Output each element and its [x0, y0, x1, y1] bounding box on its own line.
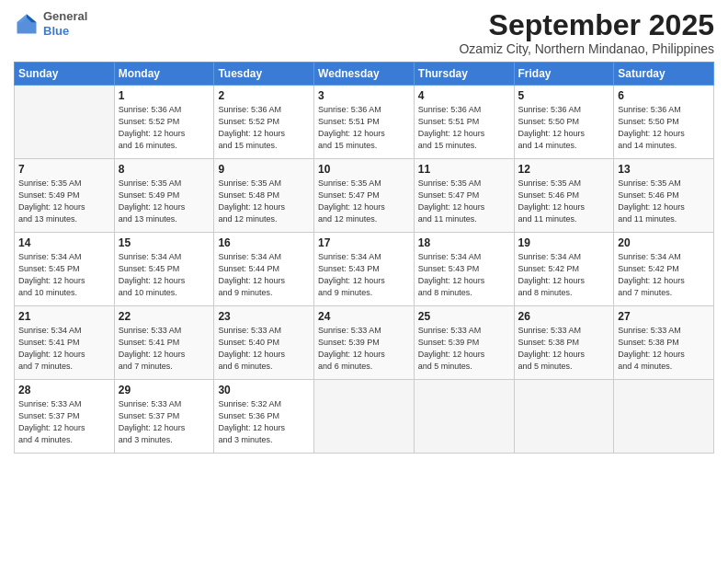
day-number: 28: [18, 384, 110, 396]
calendar-cell: 14Sunrise: 5:34 AM Sunset: 5:45 PM Dayli…: [15, 233, 115, 306]
calendar-cell: 9Sunrise: 5:35 AM Sunset: 5:48 PM Daylig…: [214, 159, 314, 233]
calendar-cell: 11Sunrise: 5:35 AM Sunset: 5:47 PM Dayli…: [414, 159, 514, 233]
day-info: Sunrise: 5:35 AM Sunset: 5:47 PM Dayligh…: [418, 178, 510, 225]
day-number: 25: [418, 310, 510, 323]
header-monday: Monday: [114, 63, 214, 86]
day-info: Sunrise: 5:33 AM Sunset: 5:38 PM Dayligh…: [518, 325, 610, 373]
calendar-cell: 20Sunrise: 5:34 AM Sunset: 5:42 PM Dayli…: [614, 233, 714, 306]
day-info: Sunrise: 5:34 AM Sunset: 5:43 PM Dayligh…: [418, 251, 510, 299]
calendar-cell: 22Sunrise: 5:33 AM Sunset: 5:41 PM Dayli…: [114, 306, 214, 380]
day-number: 19: [518, 236, 610, 249]
calendar-cell: 1Sunrise: 5:36 AM Sunset: 5:52 PM Daylig…: [114, 86, 214, 159]
day-info: Sunrise: 5:36 AM Sunset: 5:50 PM Dayligh…: [518, 104, 610, 152]
logo-icon: [14, 11, 40, 37]
day-number: 2: [218, 89, 310, 102]
day-info: Sunrise: 5:35 AM Sunset: 5:49 PM Dayligh…: [119, 178, 210, 225]
calendar-cell: [314, 380, 415, 454]
calendar-cell: 23Sunrise: 5:33 AM Sunset: 5:40 PM Dayli…: [214, 306, 314, 380]
page-header: General Blue September 2025 Ozamiz City,…: [14, 9, 714, 56]
day-number: 3: [318, 89, 410, 102]
week-row-0: 1Sunrise: 5:36 AM Sunset: 5:52 PM Daylig…: [15, 86, 714, 159]
day-number: 30: [218, 384, 310, 396]
header-wednesday: Wednesday: [314, 63, 415, 86]
day-number: 27: [618, 310, 710, 323]
calendar-cell: 24Sunrise: 5:33 AM Sunset: 5:39 PM Dayli…: [314, 306, 415, 380]
day-number: 22: [119, 310, 210, 323]
day-number: 21: [18, 310, 110, 323]
day-info: Sunrise: 5:32 AM Sunset: 5:36 PM Dayligh…: [218, 398, 310, 446]
subtitle: Ozamiz City, Northern Mindanao, Philippi…: [459, 41, 714, 56]
day-info: Sunrise: 5:33 AM Sunset: 5:39 PM Dayligh…: [418, 325, 510, 373]
day-number: 18: [418, 236, 510, 249]
day-info: Sunrise: 5:35 AM Sunset: 5:47 PM Dayligh…: [318, 178, 410, 225]
calendar-cell: 4Sunrise: 5:36 AM Sunset: 5:51 PM Daylig…: [414, 86, 514, 159]
day-number: 26: [518, 310, 610, 323]
week-row-3: 21Sunrise: 5:34 AM Sunset: 5:41 PM Dayli…: [15, 306, 714, 380]
header-tuesday: Tuesday: [214, 63, 314, 86]
header-sunday: Sunday: [15, 63, 115, 86]
header-friday: Friday: [514, 63, 614, 86]
day-info: Sunrise: 5:33 AM Sunset: 5:38 PM Dayligh…: [618, 325, 710, 373]
day-info: Sunrise: 5:36 AM Sunset: 5:52 PM Dayligh…: [218, 104, 310, 152]
day-info: Sunrise: 5:33 AM Sunset: 5:39 PM Dayligh…: [318, 325, 410, 373]
calendar-cell: 5Sunrise: 5:36 AM Sunset: 5:50 PM Daylig…: [514, 86, 614, 159]
day-info: Sunrise: 5:33 AM Sunset: 5:37 PM Dayligh…: [18, 398, 110, 446]
day-number: 23: [218, 310, 310, 323]
day-number: 7: [18, 163, 110, 176]
calendar-cell: 27Sunrise: 5:33 AM Sunset: 5:38 PM Dayli…: [614, 306, 714, 380]
calendar-cell: [414, 380, 514, 454]
day-info: Sunrise: 5:34 AM Sunset: 5:45 PM Dayligh…: [119, 251, 210, 299]
day-number: 8: [119, 163, 210, 176]
day-info: Sunrise: 5:34 AM Sunset: 5:44 PM Dayligh…: [218, 251, 310, 299]
day-number: 20: [618, 236, 710, 249]
day-info: Sunrise: 5:34 AM Sunset: 5:41 PM Dayligh…: [18, 325, 110, 373]
calendar-cell: 29Sunrise: 5:33 AM Sunset: 5:37 PM Dayli…: [114, 380, 214, 454]
calendar-cell: 10Sunrise: 5:35 AM Sunset: 5:47 PM Dayli…: [314, 159, 415, 233]
logo: General Blue: [14, 9, 87, 38]
day-info: Sunrise: 5:36 AM Sunset: 5:51 PM Dayligh…: [318, 104, 410, 152]
calendar-table: SundayMondayTuesdayWednesdayThursdayFrid…: [14, 62, 714, 454]
day-number: 13: [618, 163, 710, 176]
calendar-cell: 26Sunrise: 5:33 AM Sunset: 5:38 PM Dayli…: [514, 306, 614, 380]
day-number: 11: [418, 163, 510, 176]
day-number: 6: [618, 89, 710, 102]
calendar-cell: 6Sunrise: 5:36 AM Sunset: 5:50 PM Daylig…: [614, 86, 714, 159]
day-number: 24: [318, 310, 410, 323]
day-info: Sunrise: 5:35 AM Sunset: 5:48 PM Dayligh…: [218, 178, 310, 225]
day-info: Sunrise: 5:34 AM Sunset: 5:42 PM Dayligh…: [618, 251, 710, 299]
day-number: 9: [218, 163, 310, 176]
week-row-4: 28Sunrise: 5:33 AM Sunset: 5:37 PM Dayli…: [15, 380, 714, 454]
day-info: Sunrise: 5:36 AM Sunset: 5:50 PM Dayligh…: [618, 104, 710, 152]
calendar-cell: 25Sunrise: 5:33 AM Sunset: 5:39 PM Dayli…: [414, 306, 514, 380]
header-saturday: Saturday: [614, 63, 714, 86]
week-row-1: 7Sunrise: 5:35 AM Sunset: 5:49 PM Daylig…: [15, 159, 714, 233]
calendar-cell: 7Sunrise: 5:35 AM Sunset: 5:49 PM Daylig…: [15, 159, 115, 233]
day-info: Sunrise: 5:33 AM Sunset: 5:40 PM Dayligh…: [218, 325, 310, 373]
calendar-cell: 15Sunrise: 5:34 AM Sunset: 5:45 PM Dayli…: [114, 233, 214, 306]
calendar-cell: 17Sunrise: 5:34 AM Sunset: 5:43 PM Dayli…: [314, 233, 415, 306]
header-thursday: Thursday: [414, 63, 514, 86]
calendar-cell: 13Sunrise: 5:35 AM Sunset: 5:46 PM Dayli…: [614, 159, 714, 233]
day-number: 12: [518, 163, 610, 176]
calendar-cell: 8Sunrise: 5:35 AM Sunset: 5:49 PM Daylig…: [114, 159, 214, 233]
day-info: Sunrise: 5:34 AM Sunset: 5:45 PM Dayligh…: [18, 251, 110, 299]
day-info: Sunrise: 5:33 AM Sunset: 5:41 PM Dayligh…: [119, 325, 210, 373]
day-info: Sunrise: 5:35 AM Sunset: 5:46 PM Dayligh…: [518, 178, 610, 225]
calendar-cell: 3Sunrise: 5:36 AM Sunset: 5:51 PM Daylig…: [314, 86, 415, 159]
calendar-cell: 12Sunrise: 5:35 AM Sunset: 5:46 PM Dayli…: [514, 159, 614, 233]
day-info: Sunrise: 5:34 AM Sunset: 5:42 PM Dayligh…: [518, 251, 610, 299]
day-number: 5: [518, 89, 610, 102]
day-info: Sunrise: 5:36 AM Sunset: 5:52 PM Dayligh…: [119, 104, 210, 152]
week-row-2: 14Sunrise: 5:34 AM Sunset: 5:45 PM Dayli…: [15, 233, 714, 306]
day-info: Sunrise: 5:35 AM Sunset: 5:46 PM Dayligh…: [618, 178, 710, 225]
calendar-cell: 19Sunrise: 5:34 AM Sunset: 5:42 PM Dayli…: [514, 233, 614, 306]
calendar-cell: 18Sunrise: 5:34 AM Sunset: 5:43 PM Dayli…: [414, 233, 514, 306]
day-number: 10: [318, 163, 410, 176]
calendar-cell: [15, 86, 115, 159]
calendar-cell: 28Sunrise: 5:33 AM Sunset: 5:37 PM Dayli…: [15, 380, 115, 454]
day-number: 14: [18, 236, 110, 249]
day-number: 16: [218, 236, 310, 249]
day-info: Sunrise: 5:35 AM Sunset: 5:49 PM Dayligh…: [18, 178, 110, 225]
day-info: Sunrise: 5:34 AM Sunset: 5:43 PM Dayligh…: [318, 251, 410, 299]
title-block: September 2025 Ozamiz City, Northern Min…: [459, 9, 714, 56]
